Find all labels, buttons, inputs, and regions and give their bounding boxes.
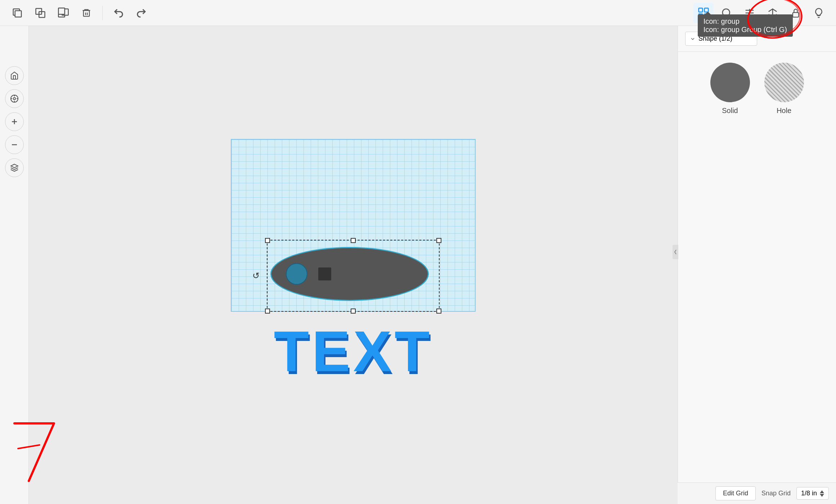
hole-label: Hole [777,107,791,115]
text-3d-label: TEXT [274,318,433,384]
toolbar-separator-1 [102,6,103,20]
canvas-area[interactable]: ↺ TEXT [29,26,678,504]
text-3d-label-container: TEXT [234,312,472,391]
solid-option[interactable]: Solid [710,63,750,115]
hole-circle-icon [764,63,804,102]
target-button[interactable] [5,89,24,108]
remove-button[interactable] [5,135,24,154]
svg-rect-1 [15,10,22,17]
handle-top-right[interactable] [436,238,441,243]
delete-button[interactable] [76,3,96,23]
home-button[interactable] [5,66,24,85]
panel-body: Solid Hole [678,52,836,126]
handle-top-middle[interactable] [351,238,356,243]
tooltip-line2: Icon: group Group (Ctrl G) [704,26,787,33]
svg-rect-20 [793,13,799,17]
solid-circle-icon [710,63,750,102]
ellipse-shape[interactable] [270,247,429,301]
rotate-handle[interactable]: ↺ [252,271,260,281]
left-sidebar [0,26,29,504]
inner-circle [286,263,307,285]
svg-marker-33 [820,494,824,497]
collapse-handle[interactable] [673,245,678,259]
view-3d-button[interactable] [5,158,24,177]
svg-rect-10 [699,8,703,12]
add-button[interactable] [5,112,24,131]
snap-grid-label: Snap Grid [761,490,791,497]
svg-marker-32 [820,490,824,493]
handle-top-left[interactable] [265,238,270,243]
right-panel: Shape (1/2) Solid Hole [678,26,836,504]
snap-arrows [820,490,824,497]
snap-grid-value[interactable]: 1/8 in [796,487,829,500]
redo-button[interactable] [131,3,152,23]
inner-square [318,267,331,280]
solid-label: Solid [722,107,738,115]
svg-point-24 [13,98,15,100]
hole-option[interactable]: Hole [764,63,804,115]
svg-rect-7 [84,10,89,16]
snap-grid-value-text: 1/8 in [801,490,817,497]
duplicate-button[interactable] [53,3,73,23]
tooltip-line1: Icon: group [704,17,740,25]
copy-alt-button[interactable] [30,3,50,23]
copy-single-button[interactable] [7,3,27,23]
undo-button[interactable] [108,3,129,23]
light-button[interactable] [809,3,829,23]
shape-container[interactable]: ↺ [267,240,440,312]
tooltip-popup: Icon: group Icon: group Group (Ctrl G) [698,14,793,37]
grid-canvas[interactable]: ↺ TEXT [231,139,476,391]
edit-grid-button[interactable]: Edit Grid [715,486,756,500]
svg-rect-6 [58,8,65,14]
bottom-bar: Edit Grid Snap Grid 1/8 in [678,482,836,504]
